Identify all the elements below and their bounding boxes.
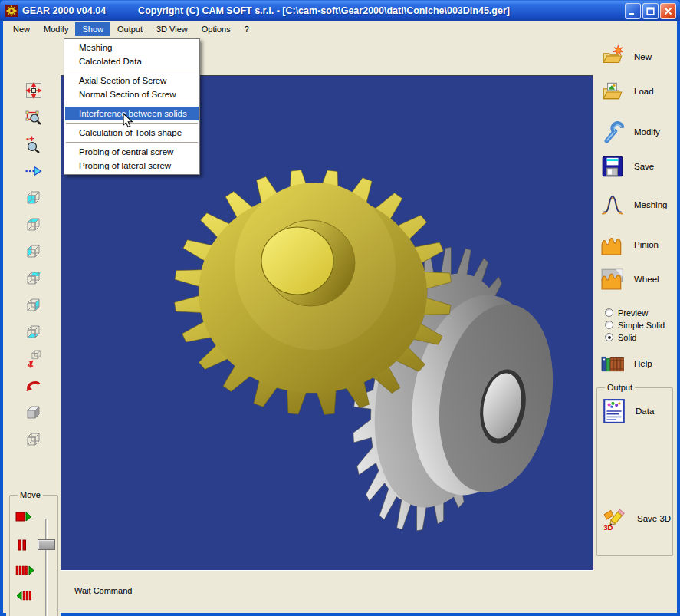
view-right-tool[interactable]	[25, 296, 43, 315]
zoom-inout-tool[interactable]: -+	[25, 135, 43, 153]
new-file-icon	[600, 44, 625, 69]
save3d-badge: 3D	[603, 523, 613, 532]
load-button[interactable]: Load	[600, 77, 675, 105]
load-file-icon	[600, 79, 625, 104]
menu-separator	[66, 104, 198, 104]
data-label: Data	[636, 407, 654, 416]
menu-item-probing-central[interactable]: Probing of central screw	[64, 145, 199, 159]
trace-arrow-icon	[25, 162, 43, 180]
minimize-button[interactable]	[625, 3, 641, 19]
menu-3dview[interactable]: 3D View	[149, 22, 195, 36]
radio-icon[interactable]	[605, 321, 613, 329]
data-report-icon	[602, 398, 626, 424]
new-button[interactable]: New	[600, 43, 675, 71]
step-back-button[interactable]	[15, 588, 38, 604]
tooth-profile-icon	[600, 193, 625, 217]
menu-options[interactable]: Options	[195, 22, 238, 36]
menu-separator	[66, 142, 198, 143]
title-bar[interactable]: GEAR 2000 v04.04Copyright (C) CAM SOFT s…	[0, 0, 680, 21]
status-text: Wait Command	[74, 586, 132, 595]
wireframe-view-tool[interactable]	[25, 430, 43, 449]
menu-bar: New Modify Show Output 3D View Options ?	[3, 21, 677, 37]
pan-icon	[25, 81, 43, 100]
step-forward-button[interactable]	[15, 563, 38, 578]
render-mode-simple-solid[interactable]: Simple Solid	[605, 319, 665, 331]
play-button[interactable]	[15, 509, 38, 525]
step-back-icon	[15, 588, 38, 604]
output-group: Output Data 3D Save 3D	[596, 387, 673, 556]
maximize-button[interactable]	[642, 3, 659, 19]
menu-item-meshing[interactable]: Meshing	[64, 41, 199, 54]
app-gear-icon	[5, 5, 18, 17]
load-label: Load	[634, 87, 654, 96]
menu-output[interactable]: Output	[110, 22, 149, 36]
view-bottom-tool[interactable]	[25, 323, 43, 341]
simple-solid-label: Simple Solid	[618, 321, 665, 330]
data-button[interactable]: Data	[602, 397, 677, 425]
right-panel: New Load Modify Save Meshing Pinion Whee…	[593, 37, 677, 613]
modify-button[interactable]: Modify	[600, 118, 675, 146]
move-panel-label: Move	[18, 490, 43, 499]
cube-right-icon	[25, 296, 43, 315]
menu-help[interactable]: ?	[238, 22, 256, 36]
move-panel: Move	[9, 495, 58, 616]
menu-item-probing-lateral[interactable]: Probing of lateral screw	[64, 159, 199, 173]
rotate-arrow-icon	[25, 377, 43, 395]
pan-tool[interactable]	[25, 81, 43, 100]
save-3d-button[interactable]: 3D Save 3D	[602, 505, 677, 532]
render-mode-solid[interactable]: Solid	[605, 331, 636, 343]
application-window: GEAR 2000 v04.04Copyright (C) CAM SOFT s…	[0, 0, 680, 616]
step-forward-icon	[15, 563, 38, 578]
play-icon	[15, 509, 38, 525]
axes-view-tool[interactable]	[25, 350, 43, 368]
wheel-button[interactable]: Wheel	[600, 265, 675, 293]
pause-button[interactable]	[15, 538, 38, 553]
menu-item-calcolated-data[interactable]: Calcolated Data	[64, 54, 199, 68]
save-button[interactable]: Save	[600, 153, 675, 180]
menu-item-normal-section[interactable]: Normal Section of Screw	[64, 87, 199, 101]
cube-top-alt-icon	[25, 269, 43, 288]
menu-new[interactable]: New	[6, 22, 37, 36]
menu-show[interactable]: Show	[75, 22, 110, 36]
loop-arrow-icon	[15, 613, 38, 616]
wheel-teeth-icon	[600, 267, 625, 292]
save-3d-pencil-icon: 3D	[602, 505, 628, 532]
reset-button[interactable]	[15, 613, 38, 616]
meshing-button[interactable]: Meshing	[600, 191, 675, 219]
view-front-tool[interactable]	[25, 189, 43, 207]
pinion-label: Pinion	[634, 240, 659, 249]
mouse-cursor	[123, 113, 133, 129]
view-top-tool[interactable]	[25, 216, 43, 234]
trace-tool[interactable]	[25, 162, 43, 180]
wireframe-cube-icon	[25, 430, 43, 449]
wrench-icon	[600, 120, 625, 144]
preview-label: Preview	[618, 308, 648, 318]
close-button[interactable]	[660, 3, 676, 19]
menu-item-axial-section[interactable]: Axial Section of Screw	[64, 74, 199, 87]
modify-label: Modify	[634, 127, 660, 137]
maximize-icon	[646, 7, 655, 15]
zoom-window-icon	[25, 108, 43, 127]
cube-left-icon	[25, 242, 43, 261]
speed-slider[interactable]	[38, 539, 55, 550]
save-3d-label: Save 3D	[637, 514, 671, 523]
menu-modify[interactable]: Modify	[37, 22, 75, 36]
zoom-inout-icon: -+	[25, 135, 43, 153]
radio-icon[interactable]	[605, 333, 613, 341]
pinion-button[interactable]: Pinion	[600, 231, 675, 259]
view-left-tool[interactable]	[25, 242, 43, 261]
help-button[interactable]: Help	[600, 350, 675, 377]
cube-front-icon	[25, 189, 43, 207]
show-menu-dropdown: Meshing Calcolated Data Axial Section of…	[64, 38, 200, 175]
status-bar: Wait Command	[61, 570, 677, 613]
close-icon	[664, 7, 672, 15]
floppy-disk-icon	[600, 154, 625, 179]
view-top-alt-tool[interactable]	[25, 269, 43, 288]
radio-icon[interactable]	[605, 308, 613, 317]
render-mode-preview[interactable]: Preview	[605, 307, 648, 318]
rotate-view-tool[interactable]	[25, 377, 43, 395]
minimize-icon	[629, 7, 637, 15]
help-books-icon	[600, 354, 625, 374]
solid-view-tool[interactable]	[25, 404, 43, 422]
zoom-window-tool[interactable]	[25, 108, 43, 127]
